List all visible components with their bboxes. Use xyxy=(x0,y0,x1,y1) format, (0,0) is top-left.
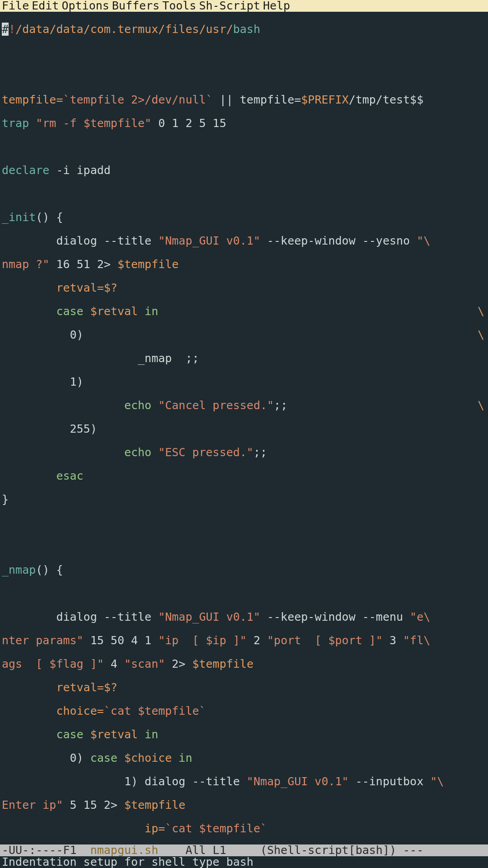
code-line: dialog --title "Nmap_GUI v0.1" --keep-wi… xyxy=(2,611,486,623)
token: 2> xyxy=(165,657,192,670)
token: `tempfile 2>/dev/null` xyxy=(63,93,212,106)
menu-buffers[interactable]: Buffers xyxy=(112,0,162,12)
token: "Cancel pressed." xyxy=(151,399,274,412)
token: _nmap xyxy=(2,563,36,576)
token: in xyxy=(138,305,158,318)
menu-file[interactable]: File xyxy=(2,0,32,12)
token: --inputbox xyxy=(349,775,431,788)
code-line: ip=`cat $tempfile` xyxy=(2,823,486,835)
token: \ xyxy=(478,329,484,341)
token: } xyxy=(2,493,9,506)
token: 0) xyxy=(2,751,90,764)
code-line: retval=$? xyxy=(2,282,486,294)
code-line: dialog --title "Nmap_GUI v0.1" --keep-wi… xyxy=(2,235,486,247)
token: () { xyxy=(36,211,63,224)
token: /tmp/test$$ xyxy=(349,93,424,106)
token: $retval xyxy=(84,305,138,318)
shebang-line: #!/data/data/com.termux/files/usr/bash xyxy=(2,24,486,35)
token: $? xyxy=(104,281,117,294)
token: $PREFIX xyxy=(301,93,348,106)
token: echo xyxy=(124,446,151,459)
token: 1) xyxy=(2,375,84,388)
token: retval= xyxy=(2,281,104,294)
token: || tempfile= xyxy=(213,93,301,106)
token: 4 xyxy=(104,657,124,670)
token: Enter ip" xyxy=(2,798,63,811)
code-line: _nmap ;; xyxy=(2,353,486,364)
token xyxy=(2,469,56,482)
token: _init xyxy=(2,211,36,224)
minibuffer[interactable]: Indentation setup for shell type bash xyxy=(0,856,488,868)
token xyxy=(2,728,56,741)
code-line: Enter ip" 5 15 2> $tempfile xyxy=(2,799,486,811)
token: $? xyxy=(104,681,117,694)
code-line: nmap ?" 16 51 2> $tempfile xyxy=(2,259,486,270)
menu-options[interactable]: Options xyxy=(61,0,112,12)
token: _nmap ;; xyxy=(2,352,199,365)
token: echo xyxy=(124,399,151,412)
code-line: nter params" 15 50 4 1 "ip [ $ip ]" 2 "p… xyxy=(2,635,486,646)
menu-tools[interactable]: Tools xyxy=(162,0,199,12)
token: $retval xyxy=(84,728,138,741)
code-line: } xyxy=(2,494,486,505)
token: "ip [ $ip ]" xyxy=(158,634,247,647)
token: `cat $tempfile` xyxy=(165,822,267,835)
token xyxy=(2,446,124,459)
token: "fl\ xyxy=(403,634,430,647)
token: case xyxy=(56,728,83,741)
code-line: trap "rm -f $tempfile" 0 1 2 5 15 xyxy=(2,118,486,129)
code-line: echo "Cancel pressed.";;\ xyxy=(2,400,486,411)
token: $tempfile xyxy=(117,258,178,271)
token: ;; xyxy=(274,399,287,412)
token: ;; xyxy=(253,446,267,459)
mode-line: -UU-:----F1 nmapgui.sh All L1 (Shell-scr… xyxy=(0,844,488,856)
token: in xyxy=(172,751,192,764)
token: "Nmap_GUI v0.1" xyxy=(158,610,260,623)
shebang-cmd: bash xyxy=(233,23,260,36)
token: "Nmap_GUI v0.1" xyxy=(158,234,260,247)
shebang-bang: ! xyxy=(9,23,15,36)
token: 2 xyxy=(247,634,267,647)
token: in xyxy=(138,728,158,741)
token: $tempfile xyxy=(124,798,185,811)
token: "port [ $port ]" xyxy=(267,634,383,647)
token: \ xyxy=(478,400,484,411)
token: nter params" xyxy=(2,634,84,647)
menu-edit[interactable]: Edit xyxy=(32,0,61,12)
token: `cat $tempfile` xyxy=(104,704,206,717)
token: case xyxy=(90,751,117,764)
menu-help[interactable]: Help xyxy=(263,0,293,12)
cursor: # xyxy=(2,23,9,36)
menu-bar: File Edit Options Buffers Tools Sh-Scrip… xyxy=(0,0,488,12)
code-line: case $retval in\ xyxy=(2,306,486,317)
code-line: _init() { xyxy=(2,212,486,223)
code-line: 1) dialog --title "Nmap_GUI v0.1" --inpu… xyxy=(2,776,486,788)
token: -i ipadd xyxy=(49,164,110,177)
token: 16 51 2> xyxy=(49,258,117,271)
code-line: ags [ $flag ]" 4 "scan" 2> $tempfile xyxy=(2,658,486,670)
modeline-info: All L1 (Shell-script[bash]) --- xyxy=(158,844,423,857)
code-line: case $retval in xyxy=(2,729,486,741)
code-line: tempfile=`tempfile 2>/dev/null` || tempf… xyxy=(2,94,486,106)
code-line: 255) xyxy=(2,423,486,435)
token: 5 15 2> xyxy=(63,798,124,811)
token: 0 1 2 5 15 xyxy=(151,117,226,130)
token: 15 50 4 1 xyxy=(84,634,159,647)
code-line: esac xyxy=(2,470,486,482)
editor-buffer[interactable]: #!/data/data/com.termux/files/usr/bash t… xyxy=(0,12,488,868)
menu-shscript[interactable]: Sh-Script xyxy=(199,0,263,12)
token: () { xyxy=(36,563,63,576)
shebang-path: /data/data/com.termux/files/usr/ xyxy=(15,23,233,36)
code-line: declare -i ipadd xyxy=(2,165,486,176)
token: "\ xyxy=(417,234,430,247)
token: \ xyxy=(478,306,484,317)
token: "Nmap_GUI v0.1" xyxy=(247,775,349,788)
token: 255) xyxy=(2,422,97,435)
token: choice= xyxy=(2,704,104,717)
modeline-filename: nmapgui.sh xyxy=(90,844,159,857)
token: declare xyxy=(2,164,49,177)
token xyxy=(2,305,56,318)
token: 1) dialog --title xyxy=(2,775,247,788)
token: "ESC pressed." xyxy=(151,446,253,459)
token: --keep-window --menu xyxy=(260,610,410,623)
